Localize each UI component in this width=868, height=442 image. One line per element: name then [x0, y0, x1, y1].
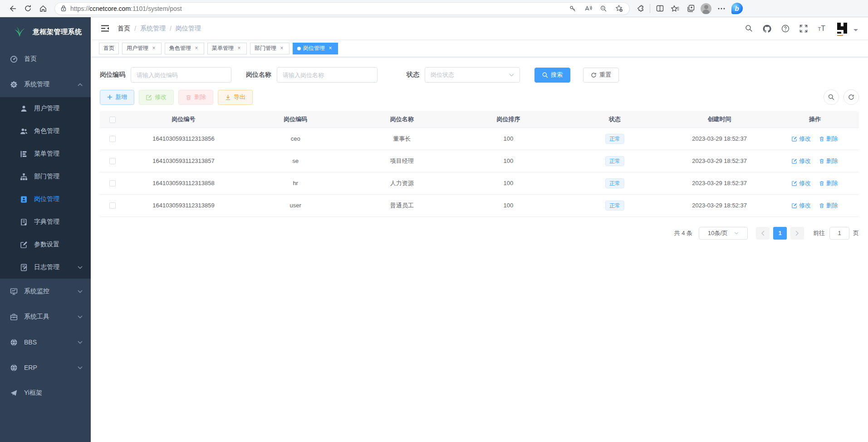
- sidebar-collapse-icon[interactable]: [101, 25, 109, 32]
- download-icon: [225, 94, 231, 100]
- edit-icon: [792, 181, 797, 186]
- search-button[interactable]: 搜索: [535, 68, 570, 83]
- table-row[interactable]: 1641030593112313858 hr 人力资源 100 正常 2023-…: [100, 172, 859, 194]
- search-icon: [542, 72, 548, 78]
- sidebar-item-param-settings[interactable]: 参数设置: [0, 233, 91, 256]
- dashboard-icon: [10, 55, 18, 63]
- table-row[interactable]: 1641030593112313857 se 项目经理 100 正常 2023-…: [100, 150, 859, 172]
- export-button[interactable]: 导出: [218, 90, 253, 105]
- row-edit-link[interactable]: 修改: [792, 157, 811, 165]
- collections-icon[interactable]: [683, 2, 698, 15]
- font-size-icon[interactable]: TT: [818, 25, 825, 33]
- browser-menu-icon[interactable]: [714, 2, 729, 15]
- help-icon[interactable]: [781, 25, 790, 33]
- prev-page-button[interactable]: [756, 227, 770, 240]
- browser-profile-avatar[interactable]: [698, 2, 714, 15]
- tag-view-bar: 首页 用户管理× 角色管理× 菜单管理× 部门管理× 岗位管理×: [91, 40, 868, 57]
- sidebar-item-log-mgmt[interactable]: 日志管理: [0, 256, 91, 279]
- sidebar-item-erp[interactable]: ERP: [0, 355, 91, 380]
- row-edit-link[interactable]: 修改: [792, 201, 811, 210]
- close-icon[interactable]: ×: [193, 45, 200, 52]
- post-code-input[interactable]: [137, 72, 226, 79]
- chevron-down-icon: [78, 315, 83, 319]
- lock-icon[interactable]: [60, 5, 67, 12]
- read-aloud-icon[interactable]: [580, 2, 596, 15]
- tab-user-mgmt[interactable]: 用户管理×: [122, 43, 162, 54]
- breadcrumb-system-mgmt[interactable]: 系统管理: [140, 25, 166, 33]
- tab-role-mgmt[interactable]: 角色管理×: [165, 43, 204, 54]
- sidebar-item-system-mgmt[interactable]: 系统管理: [0, 72, 91, 97]
- user-avatar[interactable]: [835, 21, 858, 36]
- github-icon[interactable]: [763, 25, 771, 33]
- add-favorite-icon[interactable]: [611, 2, 627, 15]
- select-all-checkbox[interactable]: [109, 117, 116, 123]
- breadcrumb-home[interactable]: 首页: [118, 25, 130, 33]
- toggle-search-button[interactable]: [824, 89, 839, 105]
- sidebar-item-system-monitor[interactable]: 系统监控: [0, 279, 91, 304]
- close-icon[interactable]: ×: [279, 45, 285, 52]
- table-row[interactable]: 1641030593112313859 user 普通员工 100 正常 202…: [100, 194, 859, 216]
- row-checkbox[interactable]: [109, 202, 116, 209]
- sidebar-item-dept-mgmt[interactable]: 部门管理: [0, 165, 91, 188]
- zoom-out-icon[interactable]: [596, 2, 611, 15]
- user-icon: [20, 105, 28, 113]
- url-text[interactable]: https://ccnetcore.com:1101/system/post: [70, 5, 565, 12]
- row-checkbox[interactable]: [109, 158, 116, 164]
- address-bar[interactable]: https://ccnetcore.com:1101/system/post: [54, 2, 630, 15]
- table-row[interactable]: 1641030593112313856 ceo 董事长 100 正常 2023-…: [100, 128, 859, 150]
- sidebar-item-user-mgmt[interactable]: 用户管理: [0, 97, 91, 120]
- close-icon[interactable]: ×: [327, 45, 333, 52]
- fullscreen-icon[interactable]: [799, 25, 808, 33]
- row-edit-link[interactable]: 修改: [792, 179, 811, 187]
- row-delete-link[interactable]: 删除: [819, 201, 838, 210]
- page-size-select[interactable]: 10条/页: [699, 227, 748, 240]
- status-select[interactable]: 岗位状态: [425, 67, 520, 83]
- row-delete-link[interactable]: 删除: [819, 157, 838, 165]
- header-search-icon[interactable]: [745, 25, 753, 32]
- password-key-icon[interactable]: [565, 2, 580, 15]
- trash-icon: [819, 203, 824, 208]
- split-screen-icon[interactable]: [652, 2, 667, 15]
- trash-icon: [819, 181, 824, 186]
- goto-page-input[interactable]: [829, 227, 849, 240]
- edit-button[interactable]: 修改: [139, 90, 174, 105]
- users-icon: [20, 128, 28, 135]
- browser-refresh-icon[interactable]: [20, 2, 35, 15]
- tab-menu-mgmt[interactable]: 菜单管理×: [207, 43, 247, 54]
- tab-home[interactable]: 首页: [99, 43, 119, 54]
- chevron-down-icon: [78, 266, 83, 269]
- col-post-name: 岗位名称: [348, 111, 455, 128]
- row-checkbox[interactable]: [109, 136, 116, 142]
- browser-home-icon[interactable]: [35, 2, 51, 15]
- add-button[interactable]: 新增: [100, 90, 134, 105]
- sidebar-item-system-tools[interactable]: 系统工具: [0, 304, 91, 329]
- row-checkbox[interactable]: [109, 180, 116, 187]
- chevron-down-icon: [78, 366, 83, 369]
- delete-button[interactable]: 删除: [178, 90, 213, 105]
- row-delete-link[interactable]: 删除: [819, 179, 838, 187]
- sidebar-item-menu-mgmt[interactable]: 菜单管理: [0, 142, 91, 165]
- tab-dept-mgmt[interactable]: 部门管理×: [250, 43, 289, 54]
- row-edit-link[interactable]: 修改: [792, 135, 811, 143]
- next-page-button[interactable]: [790, 227, 804, 240]
- reset-button[interactable]: 重置: [583, 68, 619, 83]
- page-number-button[interactable]: 1: [773, 227, 787, 240]
- favorites-icon[interactable]: [667, 2, 683, 15]
- paper-plane-icon: [10, 389, 18, 397]
- close-icon[interactable]: ×: [151, 45, 157, 52]
- row-delete-link[interactable]: 删除: [819, 135, 838, 143]
- extensions-icon[interactable]: [633, 2, 648, 15]
- trash-icon: [819, 158, 824, 164]
- sidebar-item-home[interactable]: 首页: [0, 46, 91, 72]
- sidebar-item-bbs[interactable]: BBS: [0, 329, 91, 355]
- tab-post-mgmt[interactable]: 岗位管理×: [293, 43, 338, 54]
- close-icon[interactable]: ×: [236, 45, 242, 52]
- sidebar-item-dict-mgmt[interactable]: 字典管理: [0, 211, 91, 233]
- sidebar-item-yi-framework[interactable]: Yi框架: [0, 380, 91, 406]
- sidebar-item-role-mgmt[interactable]: 角色管理: [0, 120, 91, 142]
- post-name-input[interactable]: [283, 72, 372, 79]
- copilot-icon[interactable]: b: [729, 2, 745, 15]
- refresh-table-button[interactable]: [843, 89, 859, 105]
- sidebar-item-post-mgmt[interactable]: 岗位管理: [0, 188, 91, 211]
- browser-back-icon[interactable]: [5, 2, 20, 15]
